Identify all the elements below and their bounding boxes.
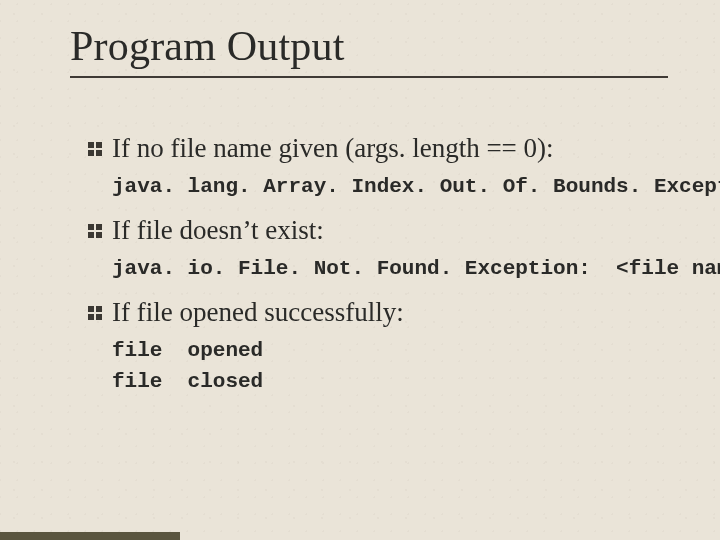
item-text: If file doesn’t exist: [112,214,324,248]
grid-bullet-icon [88,224,102,238]
footer-accent-bar [0,532,180,540]
list-item: If no file name given (args. length == 0… [88,132,680,202]
code-block: java. lang. Array. Index. Out. Of. Bound… [112,172,680,202]
item-text: If no file name given (args. length == 0… [112,132,554,166]
title-rule [70,76,668,78]
grid-bullet-icon [88,142,102,156]
grid-bullet-icon [88,306,102,320]
bullet-line: If file opened successfully: [88,296,680,330]
list-item: If file doesn’t exist: java. io. File. N… [88,214,680,284]
slide: Program Output If no file name given (ar… [0,0,720,540]
code-block: java. io. File. Not. Found. Exception: <… [112,254,680,284]
bullet-line: If file doesn’t exist: [88,214,680,248]
page-title: Program Output [70,22,680,70]
code-block: file opened file closed [112,336,680,397]
item-text: If file opened successfully: [112,296,404,330]
bullet-line: If no file name given (args. length == 0… [88,132,680,166]
list-item: If file opened successfully: file opened… [88,296,680,397]
content-area: If no file name given (args. length == 0… [70,132,680,397]
